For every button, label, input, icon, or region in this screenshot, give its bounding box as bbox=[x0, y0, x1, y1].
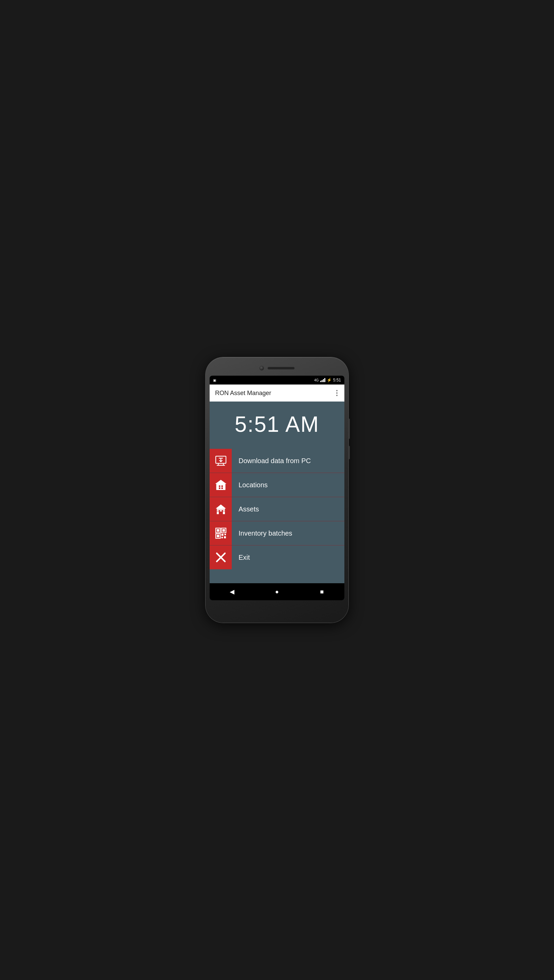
status-right: 4G ⚡ 5:51 bbox=[314, 378, 341, 382]
svg-rect-11 bbox=[221, 488, 223, 489]
svg-rect-6 bbox=[216, 484, 225, 490]
phone-screen: ▣ 4G ⚡ 5:51 RON Asset Manager bbox=[210, 375, 344, 600]
svg-rect-27 bbox=[224, 536, 226, 538]
speaker bbox=[267, 367, 295, 369]
dot-2 bbox=[336, 392, 337, 394]
app-title: RON Asset Manager bbox=[215, 390, 271, 397]
menu-item-exit[interactable]: Exit bbox=[210, 546, 344, 569]
assets-icon bbox=[215, 503, 227, 515]
menu-label-locations: Locations bbox=[232, 481, 275, 489]
menu-item-assets[interactable]: Assets bbox=[210, 497, 344, 521]
phone-device: ▣ 4G ⚡ 5:51 RON Asset Manager bbox=[205, 357, 349, 623]
signal-bar-4 bbox=[324, 378, 325, 382]
locations-icon bbox=[215, 479, 227, 491]
svg-rect-10 bbox=[219, 488, 221, 489]
download-pc-icon bbox=[215, 455, 227, 467]
recents-button[interactable]: ■ bbox=[315, 585, 329, 598]
phone-top bbox=[210, 363, 344, 373]
svg-rect-9 bbox=[221, 485, 223, 487]
download-icon-box bbox=[210, 449, 232, 473]
network-type: 4G bbox=[314, 379, 318, 382]
menu-list: Download data from PC bbox=[210, 449, 344, 583]
svg-rect-24 bbox=[221, 534, 223, 536]
power-button bbox=[348, 446, 350, 460]
status-bar: ▣ 4G ⚡ 5:51 bbox=[210, 375, 344, 385]
app-bar: RON Asset Manager bbox=[210, 385, 344, 401]
svg-marker-7 bbox=[215, 480, 226, 484]
status-time: 5:51 bbox=[333, 378, 341, 382]
assets-icon-box bbox=[210, 497, 232, 521]
menu-item-inventory-batches[interactable]: Inventory batches bbox=[210, 521, 344, 546]
camera bbox=[259, 366, 264, 371]
svg-rect-23 bbox=[217, 535, 220, 538]
status-left: ▣ bbox=[213, 379, 216, 382]
dot-3 bbox=[336, 395, 337, 396]
overflow-menu-button[interactable] bbox=[335, 388, 339, 398]
inventory-batches-icon bbox=[215, 527, 227, 539]
dot-1 bbox=[336, 390, 337, 391]
back-button[interactable]: ◀ bbox=[225, 585, 239, 598]
clock-time: 5:51 AM bbox=[235, 412, 320, 437]
inventory-batches-icon-box bbox=[210, 521, 232, 545]
locations-icon-box bbox=[210, 473, 232, 497]
signal-bar-3 bbox=[323, 379, 324, 382]
exit-icon-box bbox=[210, 546, 232, 569]
svg-marker-12 bbox=[216, 504, 226, 509]
phone-bottom bbox=[210, 600, 344, 610]
menu-label-exit: Exit bbox=[232, 554, 256, 562]
home-button[interactable]: ● bbox=[270, 585, 284, 598]
signal-bar-1 bbox=[320, 381, 321, 382]
sd-card-icon: ▣ bbox=[213, 379, 216, 382]
menu-label-inventory-batches: Inventory batches bbox=[232, 530, 299, 537]
battery-icon: ⚡ bbox=[327, 378, 332, 382]
volume-button bbox=[348, 418, 350, 439]
main-content: 5:51 AM bbox=[210, 401, 344, 583]
svg-rect-21 bbox=[222, 529, 225, 532]
menu-label-download: Download data from PC bbox=[232, 457, 317, 465]
svg-rect-25 bbox=[224, 534, 226, 536]
menu-item-locations[interactable]: Locations bbox=[210, 473, 344, 497]
signal-bar-2 bbox=[322, 380, 323, 382]
svg-rect-26 bbox=[221, 537, 223, 539]
clock-display: 5:51 AM bbox=[235, 412, 320, 437]
menu-item-download[interactable]: Download data from PC bbox=[210, 449, 344, 473]
bottom-nav: ◀ ● ■ bbox=[210, 583, 344, 600]
menu-label-assets: Assets bbox=[232, 505, 266, 513]
svg-rect-8 bbox=[219, 485, 221, 487]
svg-rect-19 bbox=[217, 529, 220, 532]
exit-icon bbox=[215, 551, 227, 563]
signal-bars bbox=[320, 378, 325, 382]
